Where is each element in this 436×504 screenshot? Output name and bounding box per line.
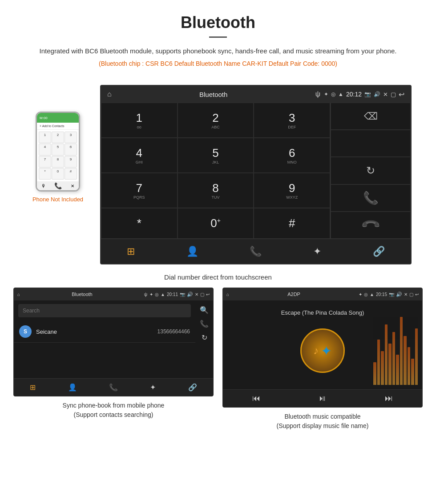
music-bt-icon: ✦ xyxy=(359,292,362,297)
phone-mockup-container: M:00 + Add to Contacts 1 2 3 4 5 6 7 8 9… xyxy=(24,85,91,203)
music-close-icon[interactable]: ✕ xyxy=(404,292,408,297)
contacts-time: 20:11 xyxy=(167,292,178,297)
phone-key-1: 1 xyxy=(39,132,51,143)
contacts-home-icon[interactable]: ⌂ xyxy=(17,292,20,297)
contacts-screenshot-block: ⌂ Bluetooth ψ ✦ ◎ ▲ 20:11 📷 🔊 ✕ ▢ ↩ xyxy=(13,288,214,431)
eq-bar-5 xyxy=(388,344,392,385)
dialpad-right-panel: ⌫ ↻ 📞 📞 xyxy=(331,103,411,239)
contacts-nav-link[interactable]: 🔗 xyxy=(188,383,197,392)
contacts-window-icon: ▢ xyxy=(200,292,204,297)
phone-key-0: 0 xyxy=(52,168,64,180)
camera-icon[interactable]: 📷 xyxy=(364,91,371,97)
dial-key-2[interactable]: 2ABC xyxy=(178,103,254,138)
dial-key-3[interactable]: 3DEF xyxy=(254,103,330,138)
phone-mockup: M:00 + Add to Contacts 1 2 3 4 5 6 7 8 9… xyxy=(36,112,80,192)
window-icon[interactable]: ▢ xyxy=(391,91,396,98)
close-icon[interactable]: ✕ xyxy=(383,91,388,98)
eq-bar-7 xyxy=(396,355,399,385)
contacts-search-bar[interactable]: Search xyxy=(18,304,191,317)
eq-bar-2 xyxy=(377,340,380,385)
search-placeholder: Search xyxy=(23,308,40,314)
backspace-icon: ⌫ xyxy=(364,111,378,122)
contacts-refresh-icon[interactable]: ↻ xyxy=(200,332,209,344)
call-end-icon: 📞 xyxy=(360,214,381,236)
backspace-button[interactable]: ⌫ xyxy=(331,103,411,130)
phone-key-2: 2 xyxy=(52,132,64,143)
phone-key-9: 9 xyxy=(65,156,77,168)
refresh-icon: ↻ xyxy=(366,164,375,177)
phone-key-8: 8 xyxy=(52,156,64,168)
contacts-main-area: Search S Seicane 13566664466 🔍 📞 ↻ xyxy=(14,300,213,378)
music-screen-title: A2DP xyxy=(231,292,356,297)
contacts-nav-person[interactable]: 👤 xyxy=(68,383,77,392)
phone-key-5: 5 xyxy=(52,144,64,155)
main-caption: Dial number direct from touchscreen xyxy=(0,269,436,288)
contacts-search-icon[interactable]: 🔍 xyxy=(198,304,210,316)
contacts-screen: ⌂ Bluetooth ψ ✦ ◎ ▲ 20:11 📷 🔊 ✕ ▢ ↩ xyxy=(13,288,214,396)
dial-key-1[interactable]: 1oo xyxy=(101,103,178,138)
nav-bluetooth-icon[interactable]: ✦ xyxy=(313,246,321,257)
car-dial-screen: Bluetooth ψ ✦ ◎ ▲ 20:12 📷 🔊 ✕ ▢ ↩ 1oo 2A… xyxy=(100,85,412,264)
contacts-nav-phone[interactable]: 📞 xyxy=(109,383,118,392)
eq-bar-12 xyxy=(415,328,418,385)
dial-key-0[interactable]: 0+ xyxy=(178,208,254,239)
contacts-back-icon[interactable]: ↩ xyxy=(206,292,210,297)
nav-link-icon[interactable]: 🔗 xyxy=(373,246,385,257)
music-camera-icon: 📷 xyxy=(389,292,394,297)
nav-grid-icon[interactable]: ⊞ xyxy=(127,246,135,257)
usb-icon: ψ xyxy=(315,90,320,98)
contacts-nav-bt[interactable]: ✦ xyxy=(150,383,156,392)
dialpad-keys: 1oo 2ABC 3DEF 4GHI 5JKL 6MNO 7PQRS 8TUV … xyxy=(101,103,331,239)
dial-key-star[interactable]: * xyxy=(101,208,178,239)
dial-key-9[interactable]: 9WXYZ xyxy=(254,173,330,208)
contacts-bottom-nav: ⊞ 👤 📞 ✦ 🔗 xyxy=(14,378,213,396)
volume-icon[interactable]: 🔊 xyxy=(374,91,380,97)
music-album-art: ♪ ✦ xyxy=(300,328,345,373)
phone-key-star: * xyxy=(39,168,51,180)
call-end-button[interactable]: 📞 xyxy=(331,212,411,239)
page-specs: (Bluetooth chip : CSR BC6 Default Blueto… xyxy=(27,60,409,67)
dial-key-hash[interactable]: # xyxy=(254,208,330,239)
contact-name: Seicane xyxy=(36,328,157,335)
contact-row[interactable]: S Seicane 13566664466 xyxy=(14,321,195,343)
contacts-nav-grid[interactable]: ⊞ xyxy=(30,383,36,392)
eq-bar-3 xyxy=(381,351,384,385)
music-back-icon[interactable]: ↩ xyxy=(415,292,419,297)
nav-person-icon[interactable]: 👤 xyxy=(186,246,198,257)
dial-key-7[interactable]: 7PQRS xyxy=(101,173,178,208)
skip-next-icon[interactable]: ⏭ xyxy=(385,394,393,403)
sync-button[interactable]: ↻ xyxy=(331,157,411,184)
contacts-caption-line2: (Support contacts searching) xyxy=(63,410,165,420)
play-pause-icon[interactable]: ⏯ xyxy=(319,394,327,403)
back-icon[interactable]: ↩ xyxy=(399,90,404,99)
phone-screen: M:00 + Add to Contacts 1 2 3 4 5 6 7 8 9… xyxy=(37,113,79,190)
phone-key-6: 6 xyxy=(65,144,77,155)
music-home-icon[interactable]: ⌂ xyxy=(226,292,229,297)
music-equalizer xyxy=(373,309,418,385)
home-icon[interactable] xyxy=(107,90,112,98)
contacts-caption-line1: Sync phone-book from mobile phone xyxy=(63,401,165,410)
music-gps-icon: ◎ xyxy=(364,292,368,297)
car-bottom-nav: ⊞ 👤 📞 ✦ 🔗 xyxy=(101,239,411,264)
phone-screen-top: M:00 xyxy=(37,113,79,123)
phone-key-7: 7 xyxy=(39,156,51,168)
music-status-bar: ⌂ A2DP ✦ ◎ ▲ 20:15 📷 🔊 ✕ ▢ ↩ xyxy=(223,288,422,300)
music-screenshot-block: ⌂ A2DP ✦ ◎ ▲ 20:15 📷 🔊 ✕ ▢ ↩ Escape (The… xyxy=(222,288,423,431)
contacts-phone-icon[interactable]: 📞 xyxy=(198,318,210,330)
eq-bar-9 xyxy=(404,336,407,385)
contacts-close-icon[interactable]: ✕ xyxy=(195,292,198,297)
empty-cell-1 xyxy=(331,130,411,157)
call-green-button[interactable]: 📞 xyxy=(331,184,411,212)
dial-key-6[interactable]: 6MNO xyxy=(254,138,330,173)
dial-key-8[interactable]: 8TUV xyxy=(178,173,254,208)
bottom-screenshots: ⌂ Bluetooth ψ ✦ ◎ ▲ 20:11 📷 🔊 ✕ ▢ ↩ xyxy=(0,288,436,440)
phone-not-included-label: Phone Not Included xyxy=(32,196,83,203)
skip-prev-icon[interactable]: ⏮ xyxy=(252,394,260,403)
dial-key-4[interactable]: 4GHI xyxy=(101,138,178,173)
music-controls: ⏮ ⏯ ⏭ xyxy=(223,389,422,407)
bluetooth-icon: ✦ xyxy=(324,91,328,97)
nav-phone-icon[interactable]: 📞 xyxy=(250,246,262,257)
music-screen: ⌂ A2DP ✦ ◎ ▲ 20:15 📷 🔊 ✕ ▢ ↩ Escape (The… xyxy=(222,288,423,408)
contacts-status-bar: ⌂ Bluetooth ψ ✦ ◎ ▲ 20:11 📷 🔊 ✕ ▢ ↩ xyxy=(14,288,213,300)
dial-key-5[interactable]: 5JKL xyxy=(178,138,254,173)
